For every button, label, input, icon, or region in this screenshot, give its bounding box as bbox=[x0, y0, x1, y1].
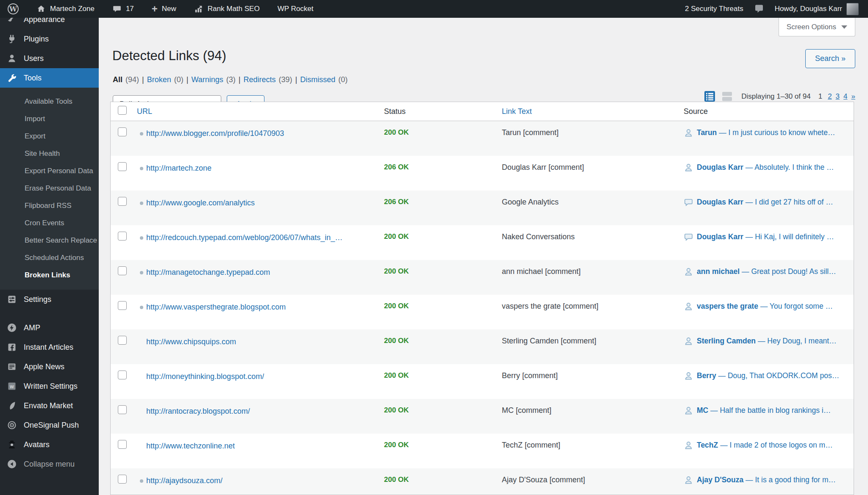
wp-rocket-menu[interactable]: WP Rocket bbox=[278, 5, 314, 13]
submenu-item[interactable]: Cron Events bbox=[0, 214, 99, 232]
sidebar-item-apple-news[interactable]: Apple News bbox=[0, 357, 99, 376]
url-link[interactable]: http://www.vaspersthegrate.blogspot.com bbox=[146, 303, 286, 312]
wordpress-logo-icon[interactable]: W bbox=[8, 3, 19, 14]
displaying-count: Displaying 1–30 of 94 bbox=[741, 92, 811, 101]
sidebar-item-label: Envato Market bbox=[24, 401, 73, 410]
url-link[interactable]: http://redcouch.typepad.com/weblog/2006/… bbox=[146, 233, 342, 242]
url-link[interactable]: http://managetochange.typepad.com bbox=[146, 268, 270, 277]
url-link[interactable]: http://moneythinking.blogspot.com/ bbox=[146, 372, 264, 381]
submenu-item-label: Flipboard RSS bbox=[25, 202, 72, 210]
source-link[interactable]: Douglas Karr — Hi Kaj, I will definitely… bbox=[697, 232, 834, 241]
source-link[interactable]: Tarun — I m just curious to know whete… bbox=[697, 128, 835, 137]
sidebar-item-written-settings[interactable]: w Written Settings bbox=[0, 376, 99, 396]
source-link[interactable]: Douglas Karr — Absolutely. I think the … bbox=[697, 163, 834, 172]
comments-menu[interactable]: 17 bbox=[112, 4, 134, 14]
source-author: Berry bbox=[697, 371, 716, 380]
pagination-link[interactable]: 3 bbox=[836, 92, 840, 101]
url-cell: http://ajaydsouza.com/ bbox=[136, 468, 384, 485]
sidebar-item-instant-articles[interactable]: Instant Articles bbox=[0, 337, 99, 357]
row-checkbox[interactable] bbox=[118, 405, 127, 414]
sidebar-item-avatars[interactable]: Avatars bbox=[0, 435, 99, 454]
row-checkbox[interactable] bbox=[118, 232, 127, 241]
sidebar-item-settings[interactable]: Settings bbox=[0, 290, 99, 309]
url-link[interactable]: http://www.chipsquips.com bbox=[146, 337, 236, 346]
source-link[interactable]: Douglas Karr — I did get 27 hits off of … bbox=[697, 198, 833, 207]
source-link[interactable]: ann michael — Great post Doug! As sill… bbox=[697, 267, 836, 276]
source-link[interactable]: Sterling Camden — Hey Doug, I meant… bbox=[697, 337, 837, 346]
row-checkbox[interactable] bbox=[118, 162, 127, 171]
filter-link[interactable]: Broken bbox=[147, 75, 171, 84]
filter-link[interactable]: Redirects bbox=[244, 75, 276, 84]
submenu-item[interactable]: Erase Personal Data bbox=[0, 180, 99, 197]
onesignal-icon bbox=[6, 420, 17, 430]
status-value: 200 OK bbox=[384, 295, 502, 310]
submenu-item[interactable]: Available Tools bbox=[0, 93, 99, 110]
filter-link[interactable]: All bbox=[113, 75, 122, 84]
url-link[interactable]: http://www.google.com/analytics bbox=[146, 199, 255, 207]
row-checkbox[interactable] bbox=[118, 127, 127, 136]
new-content-menu[interactable]: + New bbox=[152, 5, 176, 13]
security-threats-menu[interactable]: 2 Security Threats bbox=[685, 5, 743, 13]
submenu-item[interactable]: Export bbox=[0, 127, 99, 145]
site-name-label: Martech Zone bbox=[50, 5, 95, 13]
user-account-menu[interactable]: Howdy, Douglas Karr bbox=[775, 3, 859, 15]
submenu-item[interactable]: Better Search Replace bbox=[0, 232, 99, 249]
content-area: Screen Options Detected Links (94) Searc… bbox=[99, 18, 868, 495]
source-link[interactable]: Ajay D'Souza — It is a good thing for m… bbox=[697, 476, 836, 484]
submenu-item[interactable]: Export Personal Data bbox=[0, 162, 99, 180]
column-header-url[interactable]: URL bbox=[136, 107, 384, 116]
select-all-checkbox[interactable] bbox=[118, 106, 127, 115]
search-button[interactable]: Search » bbox=[805, 49, 855, 68]
row-checkbox[interactable] bbox=[118, 266, 127, 275]
sidebar-item-label: Plugins bbox=[24, 35, 49, 44]
source-link[interactable]: vaspers the grate — You forgot some … bbox=[697, 302, 833, 311]
pagination-link[interactable]: 4 bbox=[843, 92, 847, 101]
table-row: http://rantocracy.blogspot.com/ 200 OK M… bbox=[111, 399, 854, 434]
column-header-link-text[interactable]: Link Text bbox=[502, 107, 684, 116]
excerpt-view-icon[interactable] bbox=[721, 91, 733, 102]
list-view-icon[interactable] bbox=[704, 91, 715, 102]
sidebar-item-plugins[interactable]: Plugins bbox=[0, 29, 99, 49]
submenu-item[interactable]: Site Health bbox=[0, 145, 99, 162]
sidebar-item-amp[interactable]: AMP bbox=[0, 318, 99, 337]
row-checkbox[interactable] bbox=[118, 197, 127, 206]
filter-link[interactable]: Dismissed bbox=[300, 75, 335, 84]
submenu-item[interactable]: Flipboard RSS bbox=[0, 197, 99, 214]
rank-math-menu[interactable]: Rank Math SEO bbox=[194, 4, 260, 14]
sidebar-item-envato-market[interactable]: Envato Market bbox=[0, 396, 99, 415]
submenu-item[interactable]: Import bbox=[0, 110, 99, 127]
row-checkbox-cell bbox=[111, 225, 136, 242]
site-name-menu[interactable]: Martech Zone bbox=[36, 4, 95, 14]
url-link[interactable]: http://www.techzonline.net bbox=[146, 442, 235, 451]
settings-sliders-icon bbox=[6, 294, 17, 304]
url-link[interactable]: http://rantocracy.blogspot.com/ bbox=[146, 407, 250, 416]
submenu-item[interactable]: Scheduled Actions bbox=[0, 249, 99, 266]
source-link[interactable]: TechZ — I made 2 of those logos on m… bbox=[697, 441, 833, 450]
feedback-bubble-icon[interactable] bbox=[754, 3, 765, 14]
filter-link[interactable]: Warnings bbox=[191, 75, 223, 84]
url-link[interactable]: http://ajaydsouza.com/ bbox=[146, 476, 223, 485]
collapse-menu-button[interactable]: Collapse menu bbox=[0, 454, 99, 474]
sidebar-item-tools[interactable]: Tools bbox=[0, 68, 99, 88]
screen-options-tab[interactable]: Screen Options bbox=[779, 18, 855, 36]
row-checkbox[interactable] bbox=[118, 440, 127, 449]
submenu-item[interactable]: Broken Links bbox=[0, 266, 99, 284]
source-link[interactable]: MC — Half the battle in blog rankings i… bbox=[697, 406, 831, 415]
source-link[interactable]: Berry — Doug, That OKDORK.COM pos… bbox=[697, 371, 839, 380]
row-checkbox[interactable] bbox=[118, 475, 127, 484]
envato-leaf-icon bbox=[6, 401, 17, 411]
row-checkbox[interactable] bbox=[118, 371, 127, 379]
url-link[interactable]: http://martech.zone bbox=[146, 164, 211, 173]
source-author: vaspers the grate bbox=[697, 302, 758, 310]
pagination-link[interactable]: 2 bbox=[828, 92, 832, 101]
sidebar-item-users[interactable]: Users bbox=[0, 49, 99, 68]
sidebar-item-appearance[interactable]: Appearance bbox=[0, 18, 99, 29]
row-checkbox[interactable] bbox=[118, 336, 127, 345]
pagination-link[interactable]: » bbox=[851, 92, 855, 101]
source-cell: Douglas Karr — Absolutely. I think the … bbox=[684, 156, 854, 172]
sidebar-item-label: AMP bbox=[24, 324, 40, 332]
person-icon bbox=[684, 336, 693, 346]
row-checkbox[interactable] bbox=[118, 301, 127, 310]
sidebar-item-onesignal-push[interactable]: OneSignal Push bbox=[0, 415, 99, 435]
url-link[interactable]: http://www.blogger.com/profile/10470903 bbox=[146, 129, 284, 138]
